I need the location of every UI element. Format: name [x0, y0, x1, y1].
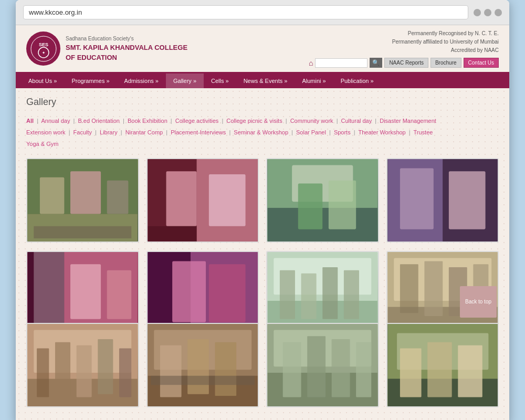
gallery-item-9[interactable]: [26, 323, 139, 407]
nav-about-us[interactable]: About Us »: [21, 74, 64, 88]
filter-solar-panel[interactable]: Solar Panel: [296, 129, 326, 135]
header-right: Permanently Recognised by N. C. T. E. Pe…: [309, 29, 499, 68]
nav-admissions[interactable]: Admissions »: [117, 74, 166, 88]
svg-rect-45: [344, 270, 359, 319]
filter-bed-orientation[interactable]: B.ed Orientation: [78, 118, 120, 124]
browser-buttons: [474, 9, 502, 16]
svg-rect-5: [28, 159, 138, 214]
nav-cells[interactable]: Cells »: [204, 74, 236, 88]
gallery-item-11[interactable]: [266, 323, 379, 407]
college-main: SMT. KAPILA KHANDVALA COLLEGE: [66, 43, 187, 53]
browser-chrome: www.kkcoe.org.in: [16, 0, 509, 25]
svg-rect-29: [28, 252, 65, 334]
filter-trustee[interactable]: Trustee: [414, 129, 433, 135]
home-icon[interactable]: ⌂: [309, 59, 313, 67]
svg-rect-63: [154, 330, 251, 370]
accreditation-2: Permanently affiliated to University of …: [309, 38, 499, 46]
svg-rect-9: [107, 181, 129, 214]
filter-community-work[interactable]: Community work: [290, 118, 333, 124]
svg-rect-79: [400, 348, 421, 397]
svg-rect-16: [148, 226, 196, 242]
svg-rect-53: [28, 324, 138, 406]
filter-bar: All | Annual day | B.ed Orientation | Bo…: [26, 115, 499, 150]
filter-annual-day[interactable]: Annual day: [41, 118, 70, 124]
svg-rect-39: [268, 252, 377, 334]
svg-rect-49: [400, 264, 418, 313]
svg-rect-31: [34, 252, 64, 334]
search-button[interactable]: 🔍: [370, 58, 382, 68]
nav-programmes[interactable]: Programmes »: [64, 74, 117, 88]
filter-college-picnic[interactable]: College picnic & visits: [226, 118, 282, 124]
filter-library[interactable]: Library: [100, 129, 118, 135]
svg-rect-19: [268, 208, 377, 242]
svg-rect-36: [148, 252, 190, 334]
svg-text:✦: ✦: [42, 51, 45, 55]
svg-rect-23: [387, 159, 497, 242]
svg-rect-68: [268, 324, 377, 406]
svg-rect-75: [387, 324, 497, 406]
svg-rect-55: [34, 330, 131, 372]
svg-rect-67: [151, 376, 255, 385]
filter-theater-workshop[interactable]: Theater Workshop: [358, 129, 405, 135]
filter-all[interactable]: All: [26, 118, 34, 124]
gallery-item-1[interactable]: [26, 158, 139, 243]
svg-rect-77: [387, 379, 497, 406]
gallery-row-3: [26, 323, 499, 407]
svg-text:SES: SES: [38, 42, 48, 47]
svg-rect-37: [172, 261, 206, 322]
svg-rect-22: [329, 181, 356, 229]
svg-rect-81: [458, 345, 482, 397]
gallery-item-2[interactable]: [146, 158, 259, 243]
naac-reports-button[interactable]: NAAC Reports: [384, 58, 428, 68]
filter-disaster-mgmt[interactable]: Disaster Management: [380, 118, 436, 124]
svg-rect-59: [98, 339, 113, 394]
filter-faculty[interactable]: Faculty: [74, 129, 92, 135]
svg-rect-20: [292, 165, 353, 202]
svg-rect-73: [332, 339, 350, 397]
filter-book-exhibition[interactable]: Book Exhibition: [128, 118, 167, 124]
filter-cultural-day[interactable]: Cultural day: [341, 118, 372, 124]
svg-rect-61: [148, 324, 257, 406]
svg-rect-6: [28, 214, 138, 242]
svg-rect-56: [37, 348, 49, 397]
svg-rect-70: [274, 330, 371, 366]
gallery-item-3[interactable]: [266, 158, 379, 243]
address-bar[interactable]: www.kkcoe.org.in: [23, 5, 468, 19]
svg-rect-17: [268, 159, 377, 242]
svg-rect-13: [196, 159, 257, 242]
nav-publication[interactable]: Publication »: [333, 74, 381, 88]
filter-yoga-gym[interactable]: Yoga & Gym: [26, 141, 58, 147]
college-logo: SES ✦: [26, 32, 60, 66]
brochure-button[interactable]: Brochure: [430, 58, 461, 68]
svg-rect-65: [187, 339, 209, 394]
svg-rect-62: [148, 376, 257, 406]
row-2-container: Back to top: [26, 251, 499, 318]
svg-rect-80: [427, 342, 452, 397]
content-area: Gallery All | Annual day | B.ed Orientat…: [16, 88, 509, 420]
svg-rect-24: [387, 159, 443, 242]
gallery-item-4[interactable]: [386, 158, 499, 243]
filter-sports[interactable]: Sports: [334, 129, 351, 135]
back-to-top-button[interactable]: Back to top: [460, 286, 497, 318]
svg-rect-64: [160, 345, 181, 397]
accreditation-3: Accredited by NAAC: [309, 46, 499, 55]
filter-placement[interactable]: Placement-Interviews: [171, 129, 226, 135]
nav-alumini[interactable]: Alumini »: [295, 74, 333, 88]
filter-extension-work[interactable]: Extension work: [26, 129, 66, 135]
college-name: Sadhana Education Society's SMT. KAPILA …: [66, 35, 187, 63]
contact-us-button[interactable]: Contact Us: [464, 58, 499, 68]
svg-rect-44: [322, 267, 338, 319]
svg-rect-18: [268, 159, 377, 208]
filter-seminar[interactable]: Seminar & Workshop: [234, 129, 288, 135]
filter-college-activities[interactable]: College activities: [175, 118, 219, 124]
nav-news-events[interactable]: News & Events »: [236, 74, 295, 88]
nav-gallery[interactable]: Gallery »: [166, 74, 204, 88]
gallery-item-10[interactable]: [146, 323, 259, 407]
search-input[interactable]: [315, 58, 368, 68]
svg-rect-32: [70, 264, 101, 319]
filter-nirantar-comp[interactable]: Nirantar Comp: [125, 129, 163, 135]
page-content: SES ✦ Sadhana Education Society's SMT. K…: [16, 25, 509, 420]
logo-area: SES ✦ Sadhana Education Society's SMT. K…: [26, 32, 187, 66]
svg-rect-26: [400, 168, 433, 229]
gallery-item-12[interactable]: [386, 323, 499, 407]
